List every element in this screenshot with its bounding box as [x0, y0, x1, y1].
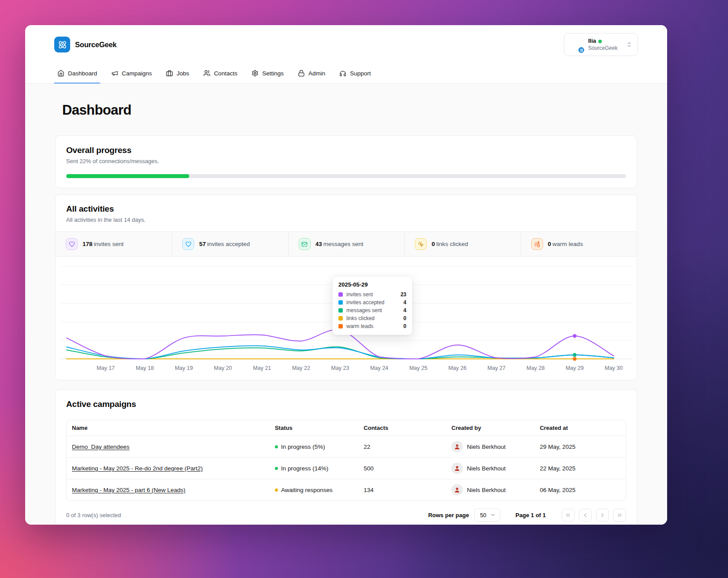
creator-avatar [451, 441, 463, 452]
mail-check-icon [301, 241, 308, 247]
rows-per-page-select[interactable]: 50 [474, 508, 500, 522]
x-axis-label: May 25 [409, 365, 428, 371]
stat-invites-sent: 178invites sent [56, 232, 172, 256]
hover-marker [573, 357, 576, 361]
nav-label: Admin [308, 70, 325, 77]
heart-icon [69, 241, 75, 247]
status-text: In progress (14%) [281, 465, 328, 472]
atom-icon [579, 48, 584, 52]
creator-name: Niels Berkhout [467, 465, 506, 472]
all-activities-card: All activities All activities in the las… [55, 194, 637, 380]
contacts-count: 22 [358, 439, 446, 455]
creator-avatar [451, 462, 463, 474]
atom-icon [57, 40, 68, 50]
chevron-right-icon [599, 512, 606, 518]
created-at: 29 May, 2025 [534, 439, 626, 455]
contacts-count: 134 [358, 482, 446, 498]
person-icon [454, 486, 461, 493]
tooltip-row: warm leads0 [338, 323, 406, 329]
series-swatch [338, 308, 343, 313]
chevrons-left-icon [565, 512, 571, 518]
brand[interactable]: SourceGeek [54, 37, 116, 52]
stat-links-clicked: 0links clicked [404, 232, 520, 256]
campaign-link[interactable]: Marketing - May 2025 - part 6 (New Leads… [72, 487, 185, 493]
creator-name: Niels Berkhout [467, 444, 506, 450]
headphones-icon [339, 70, 346, 77]
series-swatch [338, 300, 343, 305]
activities-chart[interactable]: May 17May 18May 19May 20May 21May 22May … [56, 257, 637, 380]
tooltip-row: links clicked0 [338, 315, 406, 321]
nav-item-settings[interactable]: Settings [248, 66, 287, 84]
person-icon [454, 443, 461, 450]
x-axis-label: May 29 [566, 365, 584, 371]
status-dot [275, 445, 278, 448]
last-page-button[interactable] [613, 509, 626, 522]
nav-label: Contacts [214, 70, 237, 77]
campaigns-title: Active campaigns [66, 399, 626, 409]
first-page-button[interactable] [562, 509, 574, 522]
stat-invites-accepted: 57invites accepted [172, 232, 288, 256]
thermometer-icon [534, 241, 540, 247]
online-status-dot [598, 40, 602, 43]
campaign-link[interactable]: Marketing - May 2025 - Re-do 2nd degree … [72, 465, 203, 472]
chevrons-up-down-icon [626, 41, 632, 48]
series-swatch [338, 324, 343, 328]
tooltip-row: invites accepted4 [338, 299, 406, 306]
nav-item-admin[interactable]: Admin [295, 66, 328, 84]
nav-item-dashboard[interactable]: Dashboard [54, 66, 100, 84]
x-axis-label: May 27 [488, 365, 506, 371]
stat-messages-sent: 43messages sent [288, 232, 404, 256]
activities-title: All activities [66, 204, 626, 214]
activity-stats-row: 178invites sent57invites accepted43messa… [56, 231, 637, 257]
x-axis-label: May 18 [136, 365, 154, 371]
next-page-button[interactable] [596, 509, 609, 522]
chart-tooltip: 2025-05-29 invites sent23invites accepte… [332, 276, 413, 335]
prev-page-button[interactable] [579, 509, 592, 522]
contacts-count: 500 [358, 460, 446, 477]
nav-label: Support [350, 70, 371, 77]
x-axis-label: May 30 [605, 365, 623, 371]
gear-icon [251, 70, 259, 77]
table-row[interactable]: Marketing - May 2025 - part 6 (New Leads… [67, 479, 626, 500]
table-row[interactable]: Demo_Day attendeesIn progress (5%)22Niel… [67, 436, 626, 458]
nav-item-campaigns[interactable]: Campaigns [108, 66, 155, 84]
status-dot [275, 489, 278, 492]
x-axis-label: May 23 [331, 365, 349, 371]
x-axis-label: May 21 [253, 365, 271, 371]
chevrons-up-down-icon [626, 41, 632, 48]
sourcegeek-badge-icon [578, 46, 585, 54]
nav-item-support[interactable]: Support [336, 66, 374, 84]
lock-icon [298, 70, 305, 77]
rows-per-page-label: Rows per page [428, 512, 469, 518]
column-header-created-by: Created by [446, 420, 534, 436]
chevron-down-icon [490, 512, 496, 518]
briefcase-icon [166, 70, 173, 77]
nav-label: Settings [262, 70, 284, 77]
hover-marker [573, 353, 576, 357]
progress-bar [66, 174, 626, 178]
status-dot [275, 467, 278, 470]
user-name: Ilia [588, 37, 596, 45]
users-icon [203, 70, 210, 77]
page-content: Dashboard Overall progress Sent 22% of c… [25, 84, 667, 525]
tooltip-row: invites sent23 [338, 291, 406, 298]
nav-item-jobs[interactable]: Jobs [163, 66, 192, 84]
nav-label: Jobs [176, 70, 189, 77]
table-header-row: NameStatusContactsCreated byCreated at [67, 420, 626, 436]
user-menu[interactable]: Ilia SourceGeek [564, 33, 638, 56]
tooltip-date: 2025-05-29 [338, 281, 406, 288]
series-swatch [338, 316, 343, 321]
campaigns-table: NameStatusContactsCreated byCreated at D… [66, 420, 626, 501]
page-info: Page 1 of 1 [515, 512, 546, 518]
nav-item-contacts[interactable]: Contacts [200, 66, 240, 84]
campaign-link[interactable]: Demo_Day attendees [72, 444, 130, 450]
page-title: Dashboard [62, 102, 637, 118]
table-row[interactable]: Marketing - May 2025 - Re-do 2nd degree … [67, 458, 626, 479]
series-swatch [338, 292, 343, 297]
nav-label: Campaigns [122, 70, 152, 77]
created-at: 22 May, 2025 [534, 460, 626, 477]
column-header-created-at: Created at [534, 420, 626, 436]
x-axis-label: May 28 [526, 365, 544, 371]
rows-per-page-value: 50 [480, 512, 486, 518]
progress-fill [66, 174, 189, 178]
